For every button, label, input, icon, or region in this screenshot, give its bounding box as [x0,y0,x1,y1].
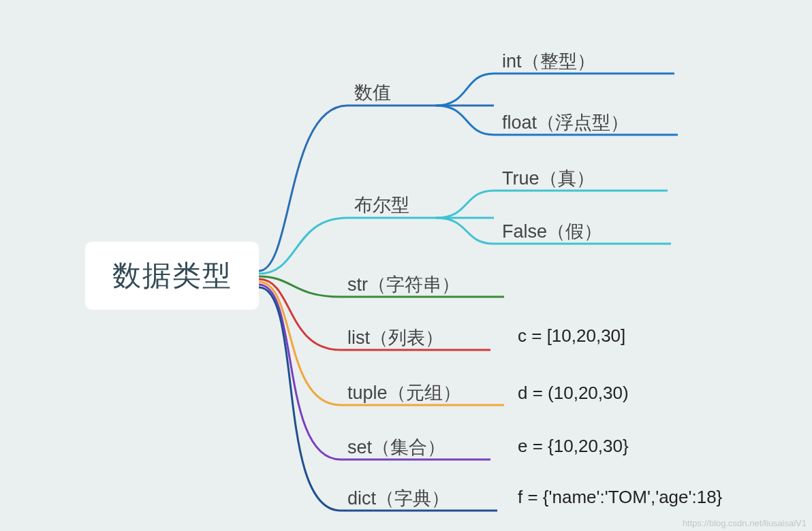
node-list: list（列表） [347,325,443,350]
node-true: True（真） [502,166,595,191]
node-numeric: 数值 [354,80,391,105]
example-tuple: d = (10,20,30) [518,383,629,404]
example-list: c = [10,20,30] [518,325,625,347]
node-false: False（假） [502,219,602,244]
example-dict: f = {'name':'TOM','age':18} [518,487,722,508]
node-boolean: 布尔型 [354,193,409,217]
node-str: str（字符串） [347,272,460,297]
node-dict: dict（字典） [347,486,450,511]
watermark: https://blog.csdn.net/liusaisaiV1 [683,518,807,528]
root-label: 数据类型 [112,257,232,295]
root-node: 数据类型 [85,242,259,310]
node-float: float（浮点型） [502,110,629,135]
node-set: set（集合） [347,435,446,460]
example-set: e = {10,20,30} [518,436,629,457]
node-tuple: tuple（元组） [347,381,461,405]
node-int: int（整型） [502,49,595,74]
